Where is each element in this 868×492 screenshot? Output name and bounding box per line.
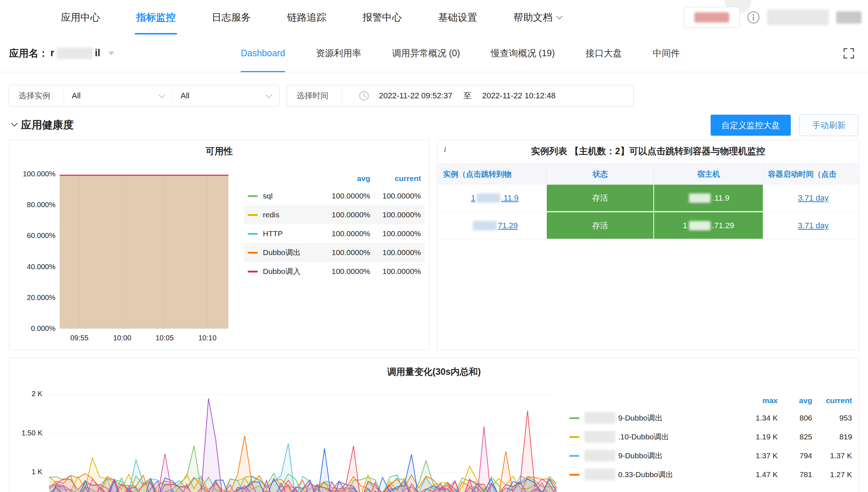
manual-refresh-button[interactable]: 手动刷新 [799, 114, 858, 136]
series-color-dash [248, 233, 258, 235]
nav-item-log-service[interactable]: 日志服务 [212, 0, 251, 34]
redacted-series-name [584, 412, 615, 424]
x-axis-label: 10:10 [191, 334, 224, 343]
redacted-app-name [57, 48, 93, 59]
legend-row-http[interactable]: HTTP 100.0000% 100.0000% [244, 224, 425, 243]
host-cell[interactable]: .11.9 [654, 185, 763, 211]
call-volume-title: 调用量变化(30s内总和) [9, 366, 859, 378]
instance-ip-prefix: 1 [471, 193, 475, 203]
series-color-dash [248, 195, 258, 197]
legend-row-dubbo-in[interactable]: Dubbo调入 100.0000% 100.0000% [244, 262, 425, 281]
instance-ip-suffix: 71.29 [498, 221, 518, 230]
series-color-dash [569, 417, 579, 419]
nav-item-tracing[interactable]: 链路追踪 [287, 0, 326, 34]
instance-filter: 选择实例 All All [9, 85, 280, 107]
series-current: 100.0000% [370, 210, 421, 219]
legend-row[interactable]: 9-Dubbo调出 1.34 K 806 953 [569, 409, 852, 427]
redacted-ip [689, 193, 711, 203]
y-axis-label: 2 K [9, 390, 42, 399]
legend-header-max: max [738, 396, 778, 405]
time-range-picker[interactable]: 2022-11-22 09:52:37 至 2022-11-22 10:12:4… [342, 90, 555, 101]
series-avg: 100.0000% [319, 267, 370, 276]
custom-dashboard-button[interactable]: 自定义监控大盘 [711, 115, 791, 136]
series-name: Dubbo调出 [263, 247, 301, 258]
redacted-org-selector[interactable] [684, 7, 740, 28]
series-name: .10-Dubbo调出 [618, 432, 669, 442]
series-color-dash [569, 474, 579, 476]
series-max: 1.19 K [738, 432, 778, 441]
dashboard-tabs: Dashboard 资源利用率 调用异常概况 (0) 慢查询概况 (19) 接口… [241, 34, 680, 72]
app-name-prefix: r [50, 48, 54, 59]
col-header-status: 状态 [546, 164, 654, 184]
redacted-ip [476, 193, 500, 203]
instance-select-1[interactable]: All [63, 85, 172, 106]
x-axis-label: 09:55 [63, 334, 96, 343]
nav-item-label: 帮助文档 [513, 11, 553, 24]
tab-call-exceptions[interactable]: 调用异常概况 (0) [392, 34, 460, 72]
instance-link[interactable]: 71.29 [472, 221, 518, 230]
redacted-user-menu[interactable] [836, 11, 861, 24]
nav-item-basic-settings[interactable]: 基础设置 [438, 0, 477, 34]
redacted-user-name[interactable] [767, 9, 829, 25]
nav-item-help-docs[interactable]: 帮助文档 [513, 0, 562, 34]
tab-resource-utilization[interactable]: 资源利用率 [316, 34, 361, 72]
series-color-dash [569, 455, 579, 457]
tab-middleware[interactable]: 中间件 [653, 34, 680, 72]
series-name: 9-Dubbo调出 [618, 451, 663, 461]
select-value: All [181, 91, 189, 101]
series-name: 9-Dubbo调出 [618, 413, 663, 423]
instance-list-title: 实例列表 【主机数：2】可以点击跳转到容器与物理机监控 [437, 145, 859, 157]
redacted-series-name [584, 469, 615, 480]
series-name: Dubbo调入 [263, 266, 301, 276]
legend-row-dubbo-out[interactable]: Dubbo调出 100.0000% 100.0000% [244, 243, 425, 262]
host-ip-prefix: 1 [683, 221, 687, 230]
legend-row-redis[interactable]: redis 100.0000% 100.0000% [244, 205, 425, 224]
instance-select-2[interactable]: All [172, 85, 279, 106]
chevron-down-icon [556, 13, 562, 19]
chevron-down-icon [158, 91, 165, 98]
clock-icon [359, 90, 369, 101]
instance-link[interactable]: 1 .11.9 [471, 193, 519, 203]
chevron-down-icon [265, 91, 272, 98]
series-current: 100.0000% [370, 267, 421, 276]
redacted-series-name [584, 450, 615, 462]
nav-user-area [684, 0, 861, 34]
y-axis-label: 1 K [9, 468, 42, 477]
caret-down-icon[interactable] [108, 52, 114, 55]
instance-table-header: 实例（点击跳转到物 状态 宿主机 容器启动时间（点击 [437, 164, 859, 184]
y-axis-label: 0.000% [9, 324, 55, 334]
tab-dashboard[interactable]: Dashboard [241, 34, 285, 72]
app-name-label: 应用名： [9, 47, 48, 60]
y-axis-label: 100.000% [9, 170, 55, 179]
uptime-link[interactable]: 3.71 day [798, 193, 828, 203]
series-name: 0.33-Dubbo调出 [618, 470, 673, 480]
col-header-instance: 实例（点击跳转到物 [437, 164, 546, 184]
tab-api-dashboard[interactable]: 接口大盘 [586, 34, 622, 72]
series-max: 1.34 K [738, 414, 778, 422]
nav-item-app-center[interactable]: 应用中心 [61, 0, 100, 34]
info-icon[interactable] [747, 11, 760, 24]
nav-item-metrics-monitoring[interactable]: 指标监控 [136, 0, 175, 34]
health-section-toggle[interactable]: 应用健康度 [12, 112, 74, 138]
status-badge: 存活 [547, 185, 653, 211]
y-axis-label: 80.000% [9, 201, 55, 210]
fullscreen-icon [843, 47, 855, 60]
tab-slow-queries[interactable]: 慢查询概况 (19) [491, 34, 555, 72]
instance-row: 71.29 存活 1 .71.29 3.71 day [437, 212, 859, 239]
series-avg: 100.0000% [319, 210, 370, 219]
availability-chart [59, 174, 228, 329]
legend-row-sql[interactable]: sql 100.0000% 100.0000% [244, 186, 425, 205]
nav-item-alert-center[interactable]: 报警中心 [363, 0, 402, 34]
series-current: 100.0000% [370, 248, 421, 257]
host-cell[interactable]: 1 .71.29 [654, 212, 763, 239]
app-name-area: 应用名： r il [9, 34, 114, 72]
uptime-link[interactable]: 3.71 day [798, 221, 828, 230]
legend-row[interactable]: 9-Dubbo调出 1.37 K 794 1.37 K [569, 446, 852, 465]
series-current: 819 [812, 432, 852, 441]
legend-header-avg: avg [778, 396, 812, 405]
fullscreen-button[interactable] [840, 45, 857, 62]
instance-filter-label: 选择实例 [9, 90, 63, 101]
legend-row[interactable]: .10-Dubbo调出 1.19 K 825 819 [569, 427, 852, 446]
legend-row[interactable]: 0.33-Dubbo调出 1.47 K 781 1.27 K [569, 465, 852, 484]
x-axis-label: 10:05 [148, 334, 181, 343]
